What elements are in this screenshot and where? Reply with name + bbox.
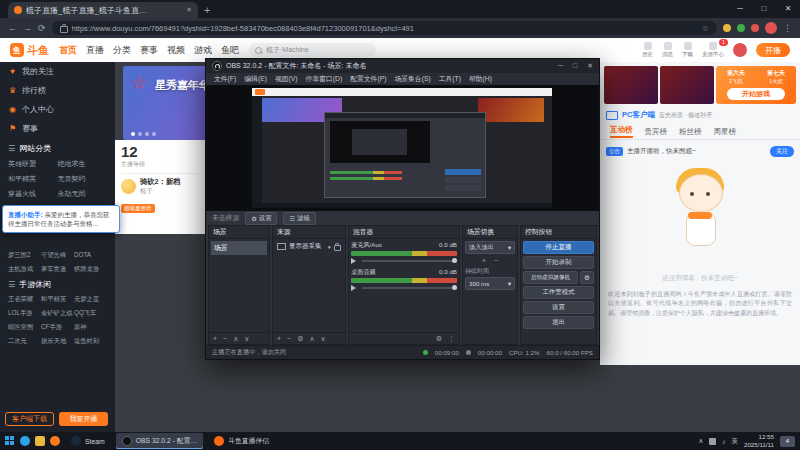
category-link[interactable]: 王者荣耀 <box>8 295 41 304</box>
extension-icon[interactable] <box>751 24 759 32</box>
sidebar-item-profile[interactable]: ◉ 个人中心 <box>0 100 115 119</box>
url-field[interactable]: https://www.douyu.com/7669491?dyshid=192… <box>52 21 717 35</box>
start-button-icon[interactable] <box>5 436 15 446</box>
start-game-button[interactable]: 开始游戏 <box>727 88 785 100</box>
category-link[interactable]: 元梦之星 <box>74 295 107 304</box>
category-link[interactable]: 原神 <box>74 323 107 332</box>
sidebar-item-esports[interactable]: ⚑ 赛事 <box>0 119 115 138</box>
nav-games[interactable]: 游戏 <box>194 44 212 57</box>
source-settings-button[interactable]: ⚙ 设置 <box>245 212 277 225</box>
category-link[interactable]: 棋牌桌游 <box>74 265 107 274</box>
network-icon[interactable] <box>709 438 716 445</box>
source-properties-gear-icon[interactable]: ⚙ <box>297 335 303 343</box>
douyu-taskbar-icon[interactable] <box>50 436 60 446</box>
back-icon[interactable]: ← <box>8 23 17 33</box>
category-link[interactable]: 二次元 <box>8 337 41 346</box>
new-tab-button[interactable]: + <box>204 2 210 18</box>
visibility-eye-icon[interactable]: ● <box>327 244 331 250</box>
category-link[interactable]: 赛车竞速 <box>41 265 74 274</box>
browser-menu-icon[interactable]: ⋮ <box>783 23 792 33</box>
taskbar-obs-button[interactable]: OBS 32.0.2 - 配置… <box>116 433 204 449</box>
extension-icon[interactable] <box>723 24 731 32</box>
exit-button[interactable]: 退出 <box>523 316 594 329</box>
category-link[interactable]: 和平精英 <box>8 174 58 184</box>
messages-button[interactable]: 消息 <box>662 42 673 58</box>
menu-profile[interactable]: 配置文件(P) <box>350 74 386 84</box>
category-link[interactable]: 守望先锋 <box>41 251 74 260</box>
tab-interaction[interactable]: 互动榜 <box>610 125 633 138</box>
notification-center-badge[interactable]: 4 <box>780 436 795 447</box>
promo-thumbnail[interactable] <box>660 66 714 104</box>
virtual-camera-settings-gear-icon[interactable]: ⚙ <box>580 271 594 284</box>
category-link[interactable]: 永劫无间 <box>58 189 108 199</box>
lock-icon[interactable] <box>334 245 341 251</box>
obs-preview-area[interactable] <box>206 85 599 211</box>
obs-close-button[interactable]: ✕ <box>587 62 593 70</box>
obs-window[interactable]: OBS 32.0.2 - 配置文件: 未命名 - 场景: 未命名 ─ □ ✕ 文… <box>205 58 600 360</box>
duration-stepper[interactable]: 300 ms ▾ <box>465 277 515 290</box>
sources-dock-title[interactable]: 来源 <box>273 226 345 239</box>
remove-transition-icon[interactable]: − <box>494 257 498 264</box>
browser-profile-avatar[interactable] <box>765 22 777 34</box>
tab-vip[interactable]: 贵宾榜 <box>645 127 668 137</box>
extension-icon[interactable] <box>737 24 745 32</box>
add-scene-icon[interactable]: + <box>213 335 217 342</box>
live-assistant-popup[interactable]: 直播小助手: 亲爱的主播，恭喜您获得主播日常任务活动参与资格… <box>2 205 120 233</box>
move-source-down-icon[interactable]: ∨ <box>321 335 326 343</box>
category-link[interactable]: 主机游戏 <box>8 265 41 274</box>
obs-settings-button[interactable]: 设置 <box>523 301 594 314</box>
source-filters-button[interactable]: ☰ 滤镜 <box>283 212 315 225</box>
obs-minimize-button[interactable]: ─ <box>558 62 563 70</box>
speaker-icon[interactable] <box>351 258 359 264</box>
streamer-name[interactable]: 梳子 <box>140 187 181 196</box>
browser-tab[interactable]: 梳子直播_梳子直播_梳子斗鱼直… ✕ <box>8 2 198 18</box>
menu-docks[interactable]: 停靠窗口(D) <box>306 74 343 84</box>
remove-source-icon[interactable]: − <box>287 335 291 342</box>
source-list-item[interactable]: 显示器采集 ● <box>275 241 343 252</box>
pc-client-promo[interactable]: PC客户端 蓝光画质 · 极速秒开 <box>606 110 712 120</box>
sidebar-item-following[interactable]: ♥ 我的关注 <box>0 62 115 81</box>
maximize-button[interactable]: □ <box>752 0 776 18</box>
start-recording-button[interactable]: 开始录制 <box>523 256 594 269</box>
tray-expand-icon[interactable]: ∧ <box>698 437 703 445</box>
stream-title[interactable]: 骑砍2：新档 <box>140 178 181 187</box>
taskbar-steam-button[interactable]: Steam <box>65 433 111 449</box>
language-indicator[interactable]: 英 <box>731 437 738 446</box>
obs-title-bar[interactable]: OBS 32.0.2 - 配置文件: 未命名 - 场景: 未命名 ─ □ ✕ <box>206 59 599 73</box>
category-link[interactable]: 梦三国2 <box>8 251 41 260</box>
promo-thumbnail[interactable] <box>604 66 658 104</box>
category-link[interactable]: 穿越火线 <box>8 189 58 199</box>
browser-taskbar-icon[interactable] <box>20 436 30 446</box>
menu-edit[interactable]: 编辑(E) <box>244 74 267 84</box>
move-source-up-icon[interactable]: ∧ <box>309 335 314 343</box>
history-button[interactable]: 历史 <box>642 42 653 58</box>
transition-select[interactable]: 淡入淡出 ▾ <box>465 241 515 254</box>
recharge-button[interactable]: 充值中心 1 <box>702 42 724 58</box>
user-avatar[interactable] <box>733 43 747 57</box>
desktop-volume-slider[interactable] <box>362 287 457 289</box>
volume-icon[interactable]: ♪ <box>722 438 725 445</box>
mixer-dock-title[interactable]: 混音器 <box>349 226 459 239</box>
category-link[interactable]: QQ飞车 <box>74 309 107 318</box>
category-link[interactable]: 逗鱼时刻 <box>74 337 107 346</box>
add-transition-icon[interactable]: + <box>482 257 486 264</box>
category-link[interactable]: 暗区突围 <box>8 323 41 332</box>
add-source-icon[interactable]: + <box>277 335 281 342</box>
category-link[interactable]: 英雄联盟 <box>8 159 58 169</box>
category-link[interactable]: 娱乐天地 <box>41 337 74 346</box>
minimize-button[interactable]: ─ <box>728 0 752 18</box>
nav-live[interactable]: 直播 <box>86 44 104 57</box>
tab-fans[interactable]: 粉丝榜 <box>679 127 702 137</box>
stepper-icon[interactable]: ▾ <box>508 280 511 287</box>
mixer-more-icon[interactable]: ⋮ <box>448 335 455 343</box>
menu-scene-collection[interactable]: 场景集合(S) <box>394 74 430 84</box>
search-input[interactable]: 梳子·Machine <box>249 43 376 57</box>
client-download-button[interactable]: 客户端下载 <box>5 412 54 426</box>
transitions-dock-title[interactable]: 场景切换 <box>463 226 517 239</box>
close-button[interactable]: ✕ <box>776 0 800 18</box>
category-link[interactable]: 和平精英 <box>41 295 74 304</box>
taskbar-douyu-companion-button[interactable]: 斗鱼直播伴侣 <box>208 433 275 449</box>
stop-streaming-button[interactable]: 停止直播 <box>523 241 594 254</box>
nav-esports[interactable]: 赛事 <box>140 44 158 57</box>
go-live-button[interactable]: 开播 <box>756 43 790 57</box>
